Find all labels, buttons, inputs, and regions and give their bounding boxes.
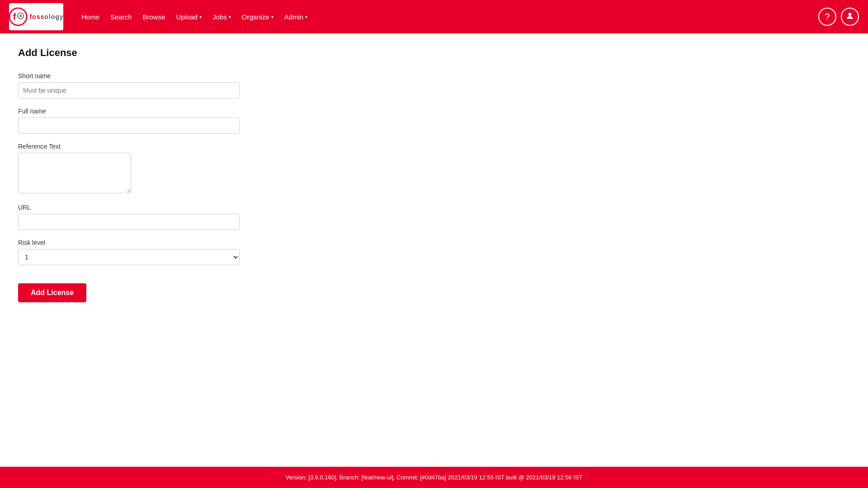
- nav-search[interactable]: Search: [106, 10, 137, 23]
- short-name-group: Short name: [18, 72, 850, 99]
- svg-point-3: [19, 14, 22, 17]
- logo-text: fossology: [29, 14, 63, 20]
- add-license-button[interactable]: Add License: [18, 283, 86, 302]
- footer-text: Version: [3.9.0.160], Branch: [feat/new-…: [286, 474, 583, 481]
- admin-dropdown-arrow: ▾: [305, 14, 307, 19]
- nav-links: Home Search Browse Upload ▾ Jobs ▾ Organ…: [77, 10, 312, 23]
- main-content: Add License Short name Full name Referen…: [0, 33, 868, 467]
- fossology-logo: f fossology: [9, 7, 63, 26]
- svg-text:f: f: [13, 11, 17, 22]
- nav-home[interactable]: Home: [77, 10, 104, 23]
- jobs-dropdown-arrow: ▾: [229, 14, 231, 19]
- navbar-left: f fossology Home Search Browse Upload ▾ …: [9, 3, 312, 30]
- navbar: f fossology Home Search Browse Upload ▾ …: [0, 0, 868, 33]
- url-group: URL: [18, 204, 850, 230]
- user-icon: [845, 11, 854, 23]
- upload-dropdown-arrow: ▾: [199, 14, 202, 19]
- page-title: Add License: [18, 47, 850, 59]
- help-icon: ?: [825, 12, 830, 22]
- svg-point-4: [849, 13, 852, 16]
- logo-icon: f: [9, 7, 28, 26]
- full-name-group: Full name: [18, 108, 850, 134]
- full-name-input[interactable]: [18, 117, 240, 134]
- short-name-input[interactable]: [18, 82, 240, 99]
- organize-dropdown-arrow: ▾: [271, 14, 274, 19]
- add-license-form: Short name Full name Reference Text URL …: [18, 72, 850, 302]
- nav-browse[interactable]: Browse: [138, 10, 170, 23]
- footer: Version: [3.9.0.160], Branch: [feat/new-…: [0, 467, 868, 488]
- nav-organize[interactable]: Organize ▾: [237, 10, 278, 23]
- logo[interactable]: f fossology: [9, 3, 63, 30]
- fossology-wordmark: fossology: [29, 14, 63, 20]
- risk-level-label: Risk level: [18, 239, 850, 246]
- full-name-label: Full name: [18, 108, 850, 115]
- reference-text-group: Reference Text: [18, 143, 850, 195]
- risk-level-group: Risk level 1 2 3 4 5: [18, 239, 850, 265]
- reference-text-input[interactable]: [18, 153, 131, 193]
- nav-jobs[interactable]: Jobs ▾: [208, 10, 236, 23]
- reference-text-label: Reference Text: [18, 143, 850, 150]
- navbar-right: ?: [818, 8, 859, 26]
- user-button[interactable]: [841, 8, 859, 26]
- nav-upload[interactable]: Upload ▾: [172, 10, 207, 23]
- url-label: URL: [18, 204, 850, 211]
- nav-admin[interactable]: Admin ▾: [280, 10, 312, 23]
- help-button[interactable]: ?: [818, 8, 836, 26]
- short-name-label: Short name: [18, 72, 850, 80]
- risk-level-select[interactable]: 1 2 3 4 5: [18, 249, 240, 265]
- url-input[interactable]: [18, 214, 240, 230]
